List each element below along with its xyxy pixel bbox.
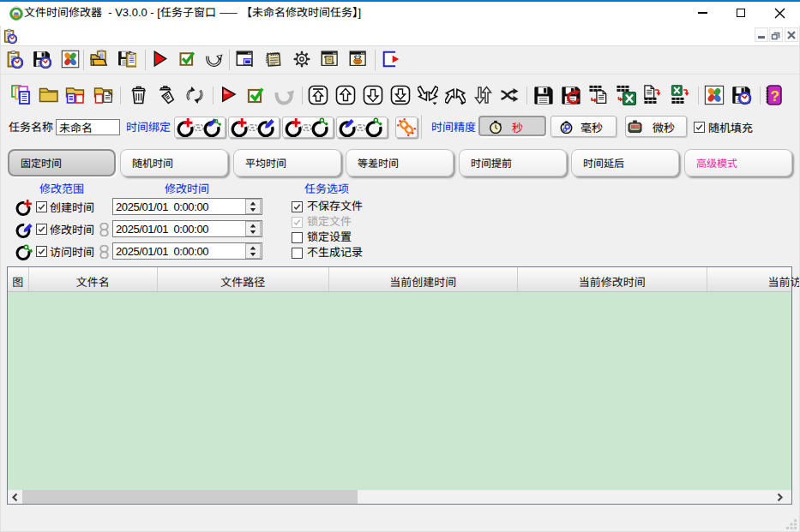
svg-text:0012: 0012 — [631, 124, 641, 130]
